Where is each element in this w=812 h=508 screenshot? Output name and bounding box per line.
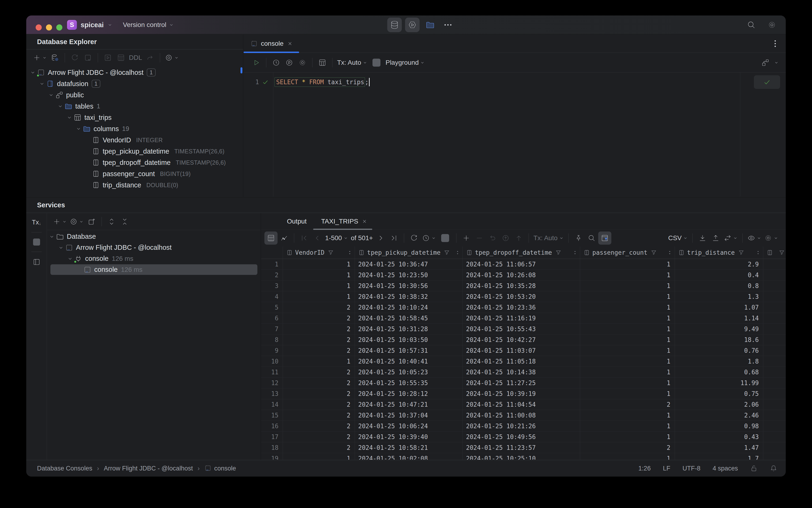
collapse-all-button[interactable] [118, 215, 131, 228]
cell[interactable] [763, 291, 786, 302]
console-color-swatch[interactable] [369, 56, 384, 69]
cell[interactable]: 1 [580, 367, 675, 377]
chevron-down-icon[interactable] [56, 102, 64, 111]
services-tool-window-button[interactable] [405, 17, 419, 32]
cell[interactable]: 2 [283, 313, 355, 324]
cell[interactable] [763, 367, 786, 377]
cell[interactable]: 2024-01-25 10:23:50 [355, 270, 463, 280]
tree-item-arrow-flight-jdbc-localhost[interactable]: Arrow Flight JDBC - @localhost [47, 242, 261, 253]
filter-icon[interactable] [444, 250, 450, 256]
cell[interactable]: 2024-01-25 10:39:19 [463, 388, 580, 399]
cell[interactable]: 2024-01-25 10:47:21 [355, 399, 463, 410]
cell[interactable] [763, 378, 786, 388]
layout-icon[interactable] [33, 258, 41, 266]
chevron-down-icon[interactable] [47, 91, 55, 99]
cell[interactable]: 1 [580, 378, 675, 388]
cell[interactable]: 1 [580, 421, 675, 431]
table-row[interactable]: 622024-01-25 10:58:452024-01-25 11:16:19… [261, 313, 786, 324]
cell[interactable]: 2024-01-25 10:39:40 [355, 431, 463, 442]
cell[interactable]: 2 [283, 431, 355, 442]
cell[interactable]: 2024-01-25 10:35:28 [463, 281, 580, 291]
notifications-bell-icon[interactable] [770, 465, 777, 472]
breadcrumb[interactable]: Database Consoles [37, 465, 92, 472]
chevron-down-icon[interactable] [74, 125, 83, 133]
cell[interactable]: 2024-01-25 10:40:41 [355, 356, 463, 367]
datasource-properties-button[interactable] [48, 51, 61, 64]
grid-settings-button[interactable] [763, 231, 780, 245]
cell[interactable]: 2024-01-25 10:55:43 [463, 324, 580, 334]
cell[interactable]: 2024-01-25 10:23:36 [463, 302, 580, 313]
table-row[interactable]: 1012024-01-25 10:40:412024-01-25 11:05:1… [261, 356, 786, 367]
cell[interactable]: 2024-01-25 11:23:57 [463, 442, 580, 453]
cell[interactable]: 2 [283, 302, 355, 313]
cell[interactable] [763, 356, 786, 367]
cell[interactable] [763, 270, 786, 280]
filter-icon[interactable] [738, 250, 744, 256]
pin-tab-button[interactable] [572, 231, 585, 245]
filter-icon[interactable] [555, 250, 561, 256]
chevron-down-icon[interactable] [57, 244, 65, 252]
chevron-down-icon[interactable] [65, 113, 74, 122]
tree-item-arrow-flight-jdbc-localhost[interactable]: Arrow Flight JDBC - @localhost1 [26, 67, 243, 78]
column-header-tpep_dropoff_datetime[interactable]: tpep_dropoff_datetime [463, 247, 580, 259]
tree-item-public[interactable]: public [26, 89, 243, 100]
caret-position-widget[interactable]: 1:26 [638, 465, 651, 472]
cell[interactable]: 2024-01-25 10:05:23 [355, 367, 463, 377]
settings-button[interactable] [765, 17, 779, 32]
cell[interactable]: 2024-01-25 10:31:28 [355, 324, 463, 334]
tree-item-datafusion[interactable]: datafusion1 [26, 78, 243, 89]
cell[interactable]: 1.8 [675, 356, 763, 367]
encoding-widget[interactable]: UTF-8 [682, 465, 701, 472]
table-row[interactable]: 1912024-01-25 10:02:082024-01-25 10:25:1… [261, 453, 786, 460]
page-size-select[interactable]: 1-500 [324, 231, 350, 245]
cell[interactable] [763, 453, 786, 460]
table-row[interactable]: 112024-01-25 10:36:472024-01-25 11:06:57… [261, 259, 786, 270]
table-row[interactable]: 1722024-01-25 10:39:402024-01-25 10:49:5… [261, 431, 786, 442]
cell[interactable]: 2024-01-25 10:25:10 [463, 453, 580, 460]
breadcrumb[interactable]: Arrow Flight JDBC - @localhost [104, 465, 193, 472]
playground-select[interactable]: Playground [384, 56, 426, 69]
compare-button[interactable] [722, 231, 739, 245]
cell[interactable]: 1 [580, 431, 675, 442]
vcs-widget[interactable]: Version control [123, 21, 174, 29]
cell[interactable]: 0.43 [675, 431, 763, 442]
cell[interactable]: 2024-01-25 10:58:45 [355, 313, 463, 324]
project-tool-window-button[interactable] [423, 17, 438, 32]
chevron-down-icon[interactable] [48, 232, 56, 241]
cell[interactable]: 2024-01-25 10:14:38 [463, 367, 580, 377]
line-ending-widget[interactable]: LF [663, 465, 670, 472]
editor-body[interactable]: 1 SELECT * FROM taxi_trips; [243, 73, 786, 197]
column-header-rate[interactable]: Rate [763, 247, 786, 259]
table-row[interactable]: 1522024-01-25 10:37:042024-01-25 11:00:0… [261, 410, 786, 421]
cell[interactable]: 2.46 [675, 410, 763, 421]
tree-item-trip-distance[interactable]: trip_distanceDOUBLE(0) [26, 179, 243, 191]
tab-console[interactable]: console [243, 35, 299, 53]
cell[interactable]: 2024-01-25 10:28:12 [355, 388, 463, 399]
cell[interactable]: 2 [283, 367, 355, 377]
cell[interactable]: 2024-01-25 11:00:08 [463, 410, 580, 421]
column-header-vendorid[interactable]: VendorID [283, 247, 355, 259]
tx-strip-button[interactable]: Tx↓ [32, 219, 41, 226]
close-icon[interactable] [361, 218, 368, 224]
cell[interactable]: 1.47 [675, 442, 763, 453]
cell[interactable]: 1 [283, 270, 355, 280]
cell[interactable]: 1.7 [675, 453, 763, 460]
cell[interactable]: 0.98 [675, 421, 763, 431]
cell[interactable]: 1 [580, 345, 675, 356]
cell[interactable]: 1 [580, 270, 675, 280]
chart-view-button[interactable] [277, 231, 291, 245]
cell[interactable]: 1 [283, 453, 355, 460]
tree-item-columns[interactable]: columns19 [26, 123, 243, 134]
cell[interactable]: 2024-01-25 10:49:56 [463, 431, 580, 442]
table-row[interactable]: 1322024-01-25 10:28:122024-01-25 10:39:1… [261, 388, 786, 399]
table-row[interactable]: 312024-01-25 10:30:562024-01-25 10:35:28… [261, 281, 786, 291]
tree-item-vendorid[interactable]: VendorIDINTEGER [26, 134, 243, 145]
cell[interactable]: 2024-01-25 10:26:08 [463, 270, 580, 280]
close-window-button[interactable] [36, 25, 42, 31]
cell[interactable]: 2024-01-25 10:36:47 [355, 259, 463, 269]
cell[interactable]: 1 [580, 356, 675, 367]
cell[interactable]: 1 [580, 388, 675, 399]
column-header-tpep_pickup_datetime[interactable]: tpep_pickup_datetime [355, 247, 463, 259]
parameters-button[interactable] [283, 56, 296, 69]
open-in-new-tab-button[interactable] [85, 215, 98, 228]
